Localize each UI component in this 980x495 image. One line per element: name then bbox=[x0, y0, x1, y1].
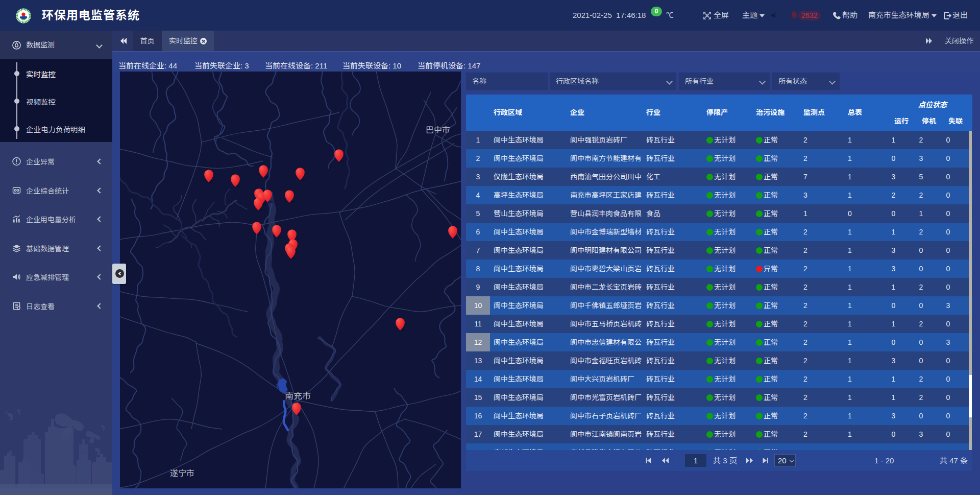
svg-text:南充市: 南充市 bbox=[285, 391, 311, 401]
svg-text:遂宁市: 遂宁市 bbox=[170, 469, 194, 478]
svg-text:巴中市: 巴中市 bbox=[426, 126, 450, 134]
